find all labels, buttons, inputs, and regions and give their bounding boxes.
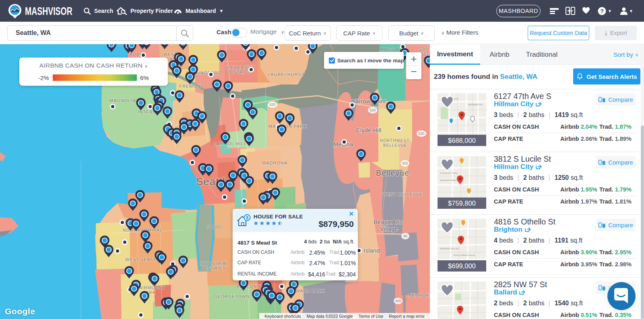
svg-text:SEWARD PA: SEWARD PA [468,103,482,106]
svg-text:90: 90 [403,234,407,238]
svg-text:A Greener Today: A Greener Today [440,172,458,174]
svg-text:NEWPORT: NEWPORT [409,293,430,298]
svg-text:520: 520 [369,108,376,112]
svg-text:FREMONT: FREMONT [179,84,204,88]
svg-text:Beaux Arts: Beaux Arts [374,218,403,225]
svg-text:RAINIER VALLEY: RAINIER VALLEY [440,247,459,250]
svg-text:CAPITOL HILL: CAPITOL HILL [213,141,247,146]
svg-text:NORTHWEST: NORTHWEST [380,138,409,143]
svg-text:Bellevue: Bellevue [376,169,409,177]
svg-text:SE H: SE H [421,52,430,56]
svg-text:DISTRICT: DISTRICT [229,70,251,74]
svg-text:405: 405 [395,299,401,303]
svg-text:WARD PARK: WARD PARK [296,288,324,293]
svg-text:MADRONA: MADRONA [262,161,287,165]
svg-text:GEORGETOWN: GEORGETOWN [214,294,250,299]
svg-text:DISTRICT: DISTRICT [203,266,225,271]
svg-text:FAIRMOUNT: FAIRMOUNT [136,285,165,290]
svg-text:405: 405 [402,161,408,165]
svg-text:Nazareth Market: Nazareth Market [440,179,458,181]
svg-text:Kline Galland Home: Kline Galland Home [454,254,475,256]
svg-text:MAGNOLIA: MAGNOLIA [109,98,136,103]
svg-text:MADISON PARK: MADISON PARK [268,124,307,129]
svg-text:INDUSTRIAL: INDUSTRIAL [200,261,229,266]
svg-text:$: $ [246,215,248,220]
svg-text:Clyde Hill: Clyde Hill [356,127,381,134]
svg-text:520: 520 [418,132,424,136]
svg-text:WEST BELLEVUE: WEST BELLEVUE [382,192,423,197]
svg-text:MOSS BA: MOSS BA [380,47,403,52]
svg-text:SOUT: SOUT [419,47,430,51]
svg-text:520: 520 [269,103,275,107]
svg-text:SODO: SODO [207,224,221,229]
svg-text:Village: Village [380,225,398,232]
svg-text:?: ? [600,8,604,14]
svg-text:BELLEVUE: BELLEVUE [383,143,407,148]
svg-text:LAURELHURST: LAURELHURST [268,72,305,77]
svg-text:Yarrow Point: Yarrow Point [352,98,386,105]
